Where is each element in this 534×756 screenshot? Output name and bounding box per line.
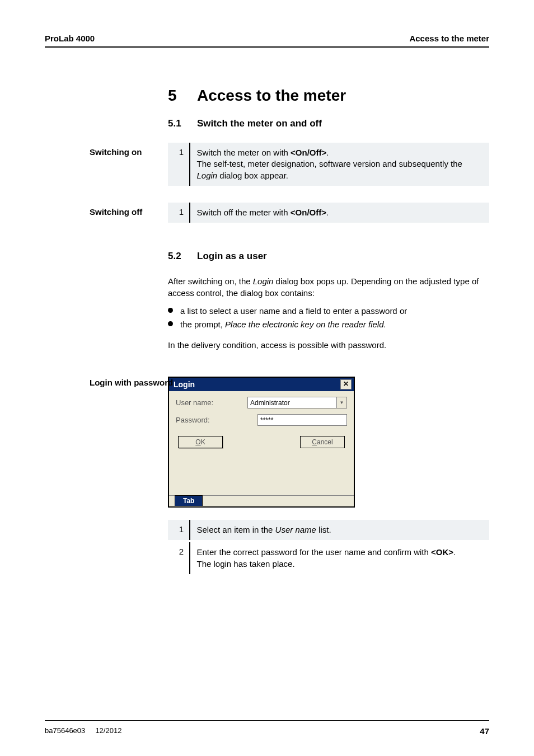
text-part: Switch the meter on with [197, 148, 291, 157]
text-part: K [201, 438, 205, 446]
section-5-1-number: 5.1 [168, 118, 197, 129]
on-off-key: <On/Off> [291, 208, 326, 217]
page-footer: ba75646e03 12/2012 47 [45, 720, 489, 736]
page-header: ProLab 4000 Access to the meter [45, 34, 489, 48]
spacer [176, 450, 347, 490]
chevron-down-icon: ▼ [340, 400, 344, 405]
login-title: Login [174, 380, 195, 389]
step-number: 1 [168, 520, 189, 538]
switching-on-label: Switching on [90, 147, 142, 157]
on-off-key: <On/Off> [291, 148, 326, 157]
page: ProLab 4000 Access to the meter 5Access … [0, 0, 534, 756]
step-number: 1 [168, 143, 189, 161]
step-number: 2 [168, 542, 189, 561]
step-number: 1 [168, 203, 189, 221]
step-text: Switch off the meter with <On/Off>. [197, 203, 490, 223]
text-part: dialog box appear. [217, 171, 288, 180]
tab-area: Tab [169, 495, 354, 506]
chapter-title: Access to the meter [197, 87, 346, 104]
mnemonic: C [312, 438, 317, 446]
bullet-item: the prompt, Place the electronic key on … [168, 318, 489, 331]
chapter-heading: 5Access to the meter [168, 87, 489, 105]
cancel-button[interactable]: Cancel [300, 436, 345, 448]
step-text: Enter the correct password for the user … [197, 542, 490, 574]
mnemonic: O [195, 438, 200, 446]
step-text: Switch the meter on with <On/Off>. The s… [197, 143, 490, 186]
step-divider [189, 542, 190, 574]
close-icon[interactable]: ✕ [340, 379, 352, 389]
switching-off-step: 1 Switch off the meter with <On/Off>. [168, 203, 489, 223]
login-step-1: 1 Select an item in the User name list. [168, 520, 489, 540]
ok-button[interactable]: OK [178, 436, 223, 448]
login-titlebar: Login ✕ [169, 378, 354, 391]
section-5-1-title: Switch the meter on and off [197, 118, 322, 129]
text-part: . [326, 208, 329, 217]
login-with-password-label: Login with password [90, 378, 173, 387]
login-term: Login [197, 171, 218, 180]
text-part: list. [316, 525, 331, 534]
switching-on-step: 1 Switch the meter on with <On/Off>. The… [168, 143, 489, 186]
text-part: Switch off the meter with [197, 208, 291, 217]
text-part: the prompt, [180, 320, 225, 329]
step-divider [189, 203, 190, 223]
text-part: Select an item in the [197, 525, 275, 534]
tab-button[interactable]: Tab [175, 495, 203, 506]
ok-key: <OK> [431, 547, 453, 557]
login-term: Login [253, 276, 274, 286]
section-5-2-number: 5.2 [168, 251, 197, 262]
footer-doc-id: ba75646e03 [45, 726, 85, 735]
login-step-2: 2 Enter the correct password for the use… [168, 542, 489, 574]
password-row: Password: [176, 414, 347, 426]
text-part: The login has taken place. [197, 559, 295, 569]
password-label: Password: [176, 416, 257, 424]
username-dropdown-button[interactable]: ▼ [337, 397, 347, 408]
section-5-1-heading: 5.1Switch the meter on and off [168, 118, 489, 129]
intro-paragraph: After switching on, the Login dialog box… [168, 275, 489, 299]
header-left: ProLab 4000 [45, 34, 95, 43]
username-row: User name: ▼ [176, 397, 347, 408]
section-5-2-title: Login as a user [197, 251, 267, 261]
text-part: . [453, 547, 456, 557]
text-part: Enter the correct password for the user … [197, 547, 432, 557]
button-row: OK Cancel [176, 431, 347, 450]
username-term: User name [275, 525, 316, 534]
step-divider [189, 143, 190, 186]
username-field[interactable] [247, 397, 337, 408]
text-part: ancel [317, 438, 333, 446]
switching-off-label: Switching off [90, 207, 142, 217]
login-body: User name: ▼ Password: [169, 391, 354, 495]
login-dialog: Login ✕ User name: ▼ Passwor [168, 377, 355, 508]
bullet-list: a list to select a user name and a field… [168, 304, 489, 331]
text-part: After switching on, the [168, 276, 253, 286]
step-divider [189, 520, 190, 540]
prompt-text: Place the electronic key on the reader f… [225, 320, 386, 329]
header-right: Access to the meter [409, 34, 489, 43]
text-part: The self-test, meter designation, softwa… [197, 159, 462, 168]
delivery-paragraph: In the delivery condition, access is pos… [168, 339, 489, 351]
section-5-2-heading: 5.2Login as a user [168, 251, 489, 262]
bullet-item: a list to select a user name and a field… [168, 304, 489, 318]
page-number: 47 [480, 726, 489, 736]
footer-date: 12/2012 [95, 726, 121, 735]
chapter-number: 5 [168, 87, 197, 105]
password-field[interactable] [257, 414, 347, 426]
text-part: . [326, 148, 329, 157]
step-text: Select an item in the User name list. [197, 520, 490, 540]
username-label: User name: [176, 398, 247, 407]
